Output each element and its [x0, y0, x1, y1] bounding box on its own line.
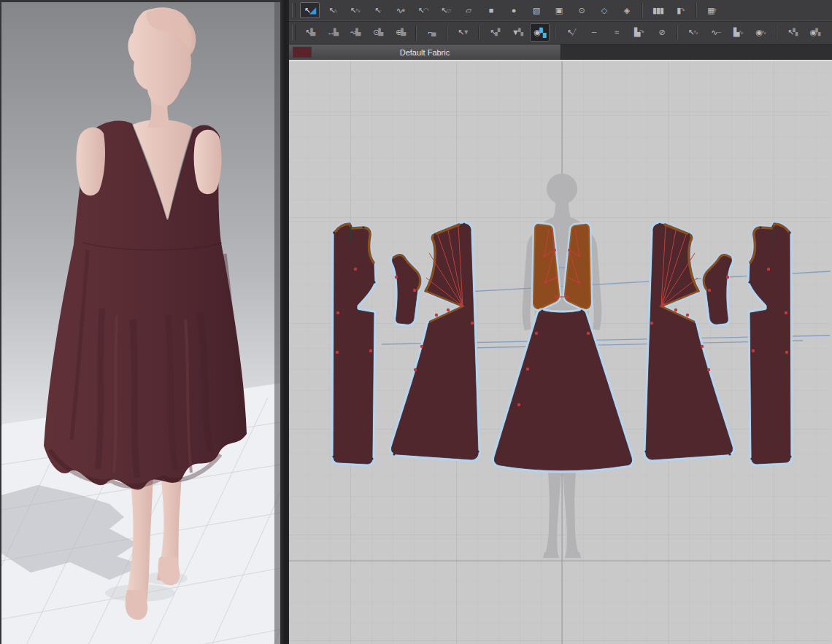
shirring-icon-accent: ∿ [738, 29, 743, 36]
pleats-icon: ▮▮▮ [652, 7, 663, 15]
pattern-layout [289, 61, 831, 644]
mn-segment-sewing-button[interactable]: ⊙▙ [368, 23, 388, 42]
wave-internal-line-icon: ≈ [615, 28, 618, 36]
mn-free-sewing-icon-accent: ▙ [401, 29, 405, 36]
2d-pattern-editor-pane: ↖◢↖▵↖∿↖·∿●↖◠↖▱▱■●▧▣⊙◇◈▮▮▮▮↷▦+ ↖▙↔▙↝▙⊙▙⊕▙… [289, 0, 832, 644]
internal-rectangle-icon: ▣ [555, 7, 562, 15]
edit-curve-point-icon-accent: · [380, 7, 381, 14]
internal-rectangle-button[interactable]: ▣ [549, 2, 569, 18]
toolbar-separator [776, 26, 777, 40]
toolbar-grip[interactable] [292, 25, 296, 41]
show-elastic-button[interactable]: ◉∿ [751, 23, 771, 42]
fabric-tab[interactable]: Default Fabric [289, 44, 561, 60]
show-textile-icon-accent: ▚ [815, 29, 820, 36]
show-texture-3d-icon-accent: ▚ [518, 29, 523, 36]
edit-curvature-icon-accent: ∿ [355, 7, 361, 14]
3d-edge-shade [274, 2, 280, 644]
transform-pattern-button[interactable]: ↖◢ [300, 2, 320, 18]
polygon-button[interactable]: ▱ [458, 2, 478, 18]
toolbar-separator [555, 26, 556, 40]
internal-ellipse-button[interactable]: ⊙ [571, 2, 591, 18]
basting-button[interactable]: ┄ [584, 23, 604, 42]
edit-sewing-button[interactable]: ↔▙ [323, 23, 342, 42]
edit-internal-lines-icon-accent: ╱ [572, 29, 575, 36]
edit-texture-2d-icon-accent: ▚ [793, 29, 797, 36]
avatar-arm-right [194, 130, 222, 195]
toolbar-separator [696, 3, 697, 18]
3d-scene [1, 2, 280, 644]
trace-icon-accent: ▱ [446, 7, 450, 14]
internal-polygon-button[interactable]: ▧ [526, 2, 546, 18]
dart-icon: ◇ [601, 7, 606, 15]
trace-button[interactable]: ↖▱ [436, 2, 455, 18]
segment-sewing-icon-accent: ▙ [310, 29, 315, 36]
edit-elastic-icon-accent: ∿ [693, 29, 698, 36]
garment-design-app: ↖◢↖▵↖∿↖·∿●↖◠↖▱▱■●▧▣⊙◇◈▮▮▮▮↷▦+ ↖▙↔▙↝▙⊙▙⊕▙… [0, 0, 832, 644]
basting-icon: ┄ [592, 28, 596, 36]
segment-sewing-button[interactable]: ↖▙ [300, 23, 320, 42]
steam-iron-icon-accent: ▄ [431, 29, 435, 36]
pattern-piece-back-panel-left[interactable] [332, 224, 375, 464]
edit-curvature-button[interactable]: ↖∿ [345, 2, 365, 18]
attach-garment-button[interactable]: ↖▼ [453, 23, 473, 42]
toolbar-separator [677, 26, 678, 40]
dart-button[interactable]: ◇ [594, 2, 614, 18]
mn-segment-sewing-icon-accent: ▙ [378, 29, 382, 36]
shirring-button[interactable]: ▙∿ [728, 23, 748, 42]
ellipse-button[interactable]: ● [504, 2, 523, 18]
edit-round-corner-icon-accent: ◠ [423, 7, 428, 14]
fabric-tab-bar: Default Fabric [289, 44, 832, 60]
show-elastic-icon-accent: ∿ [761, 29, 766, 36]
pane-divider[interactable] [280, 0, 289, 644]
steam-iron-button[interactable]: ⌐▄ [422, 23, 442, 42]
edit-elastic-button[interactable]: ↖∿ [683, 23, 703, 42]
show-texture-3d-button[interactable]: ▼▚ [507, 23, 527, 42]
edit-round-corner-button[interactable]: ↖◠ [413, 2, 433, 18]
edit-curve-point-button[interactable]: ↖· [368, 2, 388, 18]
avatar-arm-left [76, 127, 105, 195]
add-point-split-line-button[interactable]: ∿● [390, 2, 410, 18]
polygon-icon: ▱ [466, 7, 471, 15]
add-point-split-line-icon-accent: ● [401, 7, 404, 14]
textile-editor-button[interactable]: ◉▚ [530, 23, 550, 42]
fabric-tab-label: Default Fabric [289, 48, 561, 57]
edit-pattern-button[interactable]: ↖▵ [323, 2, 342, 18]
edit-internal-lines-button[interactable]: ↖╱ [561, 23, 581, 42]
rectangle-button[interactable]: ■ [481, 2, 501, 18]
3d-viewport[interactable] [0, 0, 280, 644]
toolbar-sewing-tools: ↖▙↔▙↝▙⊙▙⊕▙⌐▄↖▼↖▞▼▚◉▚↖╱┄≈▙↷⊘↖∿∿─▙∿◉∿↖▚◉▚ [289, 20, 832, 44]
edit-texture-3d-icon-accent: ▞ [495, 29, 499, 36]
elastic-button[interactable]: ∿─ [706, 23, 725, 42]
free-sewing-button[interactable]: ↝▙ [345, 23, 365, 42]
pleats-button[interactable]: ▮▮▮ [648, 2, 668, 18]
toolbar-grip[interactable] [292, 3, 296, 18]
toolbar-separator [478, 26, 479, 40]
rectangle-icon: ■ [489, 7, 493, 15]
2d-pattern-canvas[interactable] [289, 60, 832, 644]
flip-pleats-button[interactable]: ▮↷ [671, 2, 690, 18]
show-textile-button[interactable]: ◉▚ [805, 23, 825, 42]
slash-line-icon: ⊘ [658, 28, 664, 36]
toolbar-separator [447, 26, 448, 40]
elastic-icon-accent: ─ [716, 29, 720, 36]
machine-internal-line-button[interactable]: ▙↷ [629, 23, 649, 42]
cut-and-sew-icon-accent: + [714, 7, 717, 14]
transform-pattern-icon-accent: ◢ [309, 6, 315, 15]
edit-pattern-icon-accent: ▵ [334, 7, 336, 14]
toolbar-pattern-tools: ↖◢↖▵↖∿↖·∿●↖◠↖▱▱■●▧▣⊙◇◈▮▮▮▮↷▦+ [289, 0, 832, 20]
flip-pleats-icon-accent: ↷ [679, 7, 685, 14]
free-sewing-icon-accent: ▙ [355, 29, 360, 36]
internal-dart-button[interactable]: ◈ [617, 2, 636, 18]
wave-internal-line-button[interactable]: ≈ [606, 23, 626, 42]
internal-dart-icon: ◈ [624, 7, 629, 15]
toolbar-separator [642, 3, 643, 18]
slash-line-button[interactable]: ⊘ [652, 23, 671, 42]
cut-and-sew-button[interactable]: ▦+ [702, 2, 722, 18]
edit-texture-2d-button[interactable]: ↖▚ [782, 23, 802, 42]
internal-ellipse-icon: ⊙ [578, 7, 584, 15]
mn-free-sewing-button[interactable]: ⊕▙ [390, 23, 410, 42]
edit-texture-3d-button[interactable]: ↖▞ [485, 23, 504, 42]
attach-garment-icon-accent: ▼ [463, 29, 469, 36]
textile-editor-icon-accent: ▚ [539, 28, 545, 37]
toolbar-separator [415, 26, 417, 40]
